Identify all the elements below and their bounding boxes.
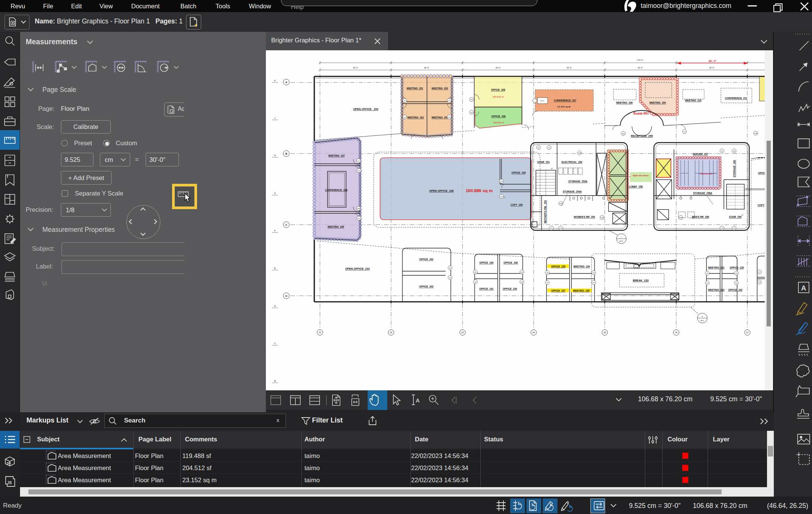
- svg-text:229: 229: [735, 273, 737, 274]
- svg-text:01: 01: [702, 316, 703, 317]
- svg-text:30'-0": 30'-0": [424, 67, 429, 69]
- svg-text:205: 205: [470, 99, 473, 101]
- svg-text:193.615 sf: 193.615 sf: [493, 121, 504, 124]
- svg-text:MEETING 247: MEETING 247: [328, 154, 345, 157]
- svg-text:160.886 sq m: 160.886 sq m: [466, 188, 493, 193]
- svg-text:CONFERENCE 211: CONFERENCE 211: [725, 97, 747, 99]
- svg-text:23.152 sq m: 23.152 sq m: [557, 105, 570, 108]
- svg-text:258: 258: [721, 228, 723, 229]
- svg-text:OFFICE 241: OFFICE 241: [479, 287, 494, 290]
- svg-text:208: 208: [622, 133, 624, 135]
- svg-text:D: D: [286, 295, 287, 297]
- svg-text:Room 001: Room 001: [633, 112, 649, 115]
- svg-text:Split into three: Split into three: [633, 174, 649, 177]
- svg-text:210: 210: [683, 131, 686, 133]
- svg-text:260: 260: [733, 151, 735, 152]
- svg-text:COPY: COPY: [758, 204, 765, 207]
- svg-text:OFFICE 249: OFFICE 249: [511, 171, 526, 174]
- svg-text:250: 250: [500, 196, 503, 197]
- svg-text:MEETING 235: MEETING 235: [573, 289, 590, 292]
- svg-text:30'-0": 30'-0": [495, 67, 501, 69]
- svg-text:STORAGE 253A: STORAGE 253A: [568, 180, 588, 183]
- svg-text:253: 253: [548, 147, 550, 149]
- svg-text:STAIR 251: STAIR 251: [537, 161, 550, 163]
- svg-text:211A: 211A: [754, 133, 758, 134]
- svg-text:OPEN OFFICE 200: OPEN OFFICE 200: [353, 107, 379, 111]
- svg-text:MegaChambers: MegaChambers: [700, 173, 714, 175]
- svg-text:OFFICE 238: OFFICE 238: [503, 261, 518, 264]
- svg-text:243: 243: [449, 277, 451, 279]
- svg-text:MEETING 204: MEETING 204: [432, 116, 448, 119]
- svg-text:A7.01: A7.01: [540, 100, 544, 102]
- svg-text:OFFICE 243: OFFICE 243: [419, 285, 433, 288]
- svg-text:OFFICE 206: OFFICE 206: [491, 115, 506, 118]
- svg-text:COPY 250: COPY 250: [511, 203, 523, 206]
- svg-text:254B: 254B: [601, 217, 604, 219]
- svg-text:230: 230: [735, 283, 737, 284]
- svg-text:02: 02: [390, 331, 392, 334]
- svg-text:231: 231: [706, 273, 708, 274]
- svg-text:246B: 246B: [357, 208, 360, 210]
- svg-text:STORAGE 260: STORAGE 260: [733, 160, 736, 177]
- svg-text:237: 237: [546, 282, 548, 284]
- svg-text:30'-0": 30'-0": [353, 67, 358, 69]
- svg-text:OFFICE 205: OFFICE 205: [491, 89, 505, 91]
- svg-text:C: C: [286, 224, 287, 226]
- svg-text:04: 04: [533, 331, 535, 334]
- svg-text:A: A: [286, 81, 287, 84]
- svg-text:E: E: [274, 267, 276, 269]
- svg-text:MOTHER'S RM. 252: MOTHER'S RM. 252: [544, 200, 547, 224]
- svg-text:30'-0": 30'-0": [709, 67, 714, 69]
- svg-text:UP: UP: [551, 168, 553, 169]
- svg-text:MEETING 202: MEETING 202: [407, 116, 424, 119]
- svg-text:242: 242: [449, 267, 451, 269]
- svg-text:MEETING 231: MEETING 231: [708, 266, 725, 269]
- svg-text:249: 249: [500, 181, 503, 182]
- svg-text:03: 03: [461, 331, 464, 334]
- svg-text:F: F: [274, 229, 276, 232]
- svg-text:MEETING 245: MEETING 245: [328, 225, 344, 228]
- svg-text:A8.02: A8.02: [619, 241, 623, 242]
- svg-text:A: A: [801, 284, 806, 292]
- svg-text:206: 206: [470, 112, 473, 113]
- svg-text:C: C: [274, 342, 276, 345]
- svg-text:203: 203: [448, 100, 450, 102]
- svg-text:239: 239: [521, 281, 523, 283]
- svg-text:A: A: [416, 397, 420, 404]
- svg-text:07: 07: [746, 331, 748, 334]
- svg-text:227: 227: [758, 272, 761, 273]
- svg-text:01: 01: [319, 331, 321, 334]
- svg-text:BREAK 233: BREAK 233: [633, 279, 649, 282]
- svg-text:05: 05: [604, 331, 606, 334]
- svg-text:245: 245: [358, 218, 360, 219]
- svg-text:MEETING 201: MEETING 201: [407, 87, 423, 90]
- svg-text:OFFICE 230: OFFICE 230: [728, 289, 742, 291]
- svg-text:202: 202: [404, 116, 406, 118]
- svg-text:J: J: [274, 116, 275, 119]
- svg-text:30'- 0": 30'- 0": [709, 60, 717, 62]
- svg-text:MEETING 208: MEETING 208: [616, 101, 633, 104]
- svg-text:246: 246: [358, 170, 360, 172]
- svg-text:253A: 253A: [578, 152, 581, 154]
- svg-text:204.616 sf: 204.616 sf: [493, 95, 504, 98]
- svg-text:OFFICE 237: OFFICE 237: [551, 289, 565, 292]
- svg-text:H: H: [274, 154, 276, 157]
- svg-text:241: 241: [474, 281, 477, 283]
- svg-text:254: 254: [560, 228, 562, 229]
- svg-text:A6.01: A6.01: [700, 320, 704, 321]
- svg-text:MEETING 234: MEETING 234: [573, 265, 590, 268]
- svg-text:270'-0": 270'-0": [637, 59, 643, 61]
- svg-text:CONFERENCE 207: CONFERENCE 207: [554, 99, 576, 102]
- svg-text:236: 236: [546, 272, 548, 274]
- svg-text:252: 252: [550, 228, 553, 229]
- svg-text:STAIR 259: STAIR 259: [729, 216, 742, 218]
- svg-text:232: 232: [706, 283, 708, 284]
- svg-text:MEETING 232: MEETING 232: [708, 289, 725, 291]
- svg-text:238: 238: [521, 272, 523, 273]
- svg-text:MEN'S RR 258: MEN'S RR 258: [692, 216, 709, 218]
- svg-text:G: G: [274, 192, 276, 194]
- svg-text:240: 240: [474, 272, 477, 273]
- svg-text:257: 257: [721, 151, 723, 152]
- svg-text:MEETING 209: MEETING 209: [649, 101, 666, 104]
- svg-text:STORAGE 254A: STORAGE 254A: [563, 190, 582, 193]
